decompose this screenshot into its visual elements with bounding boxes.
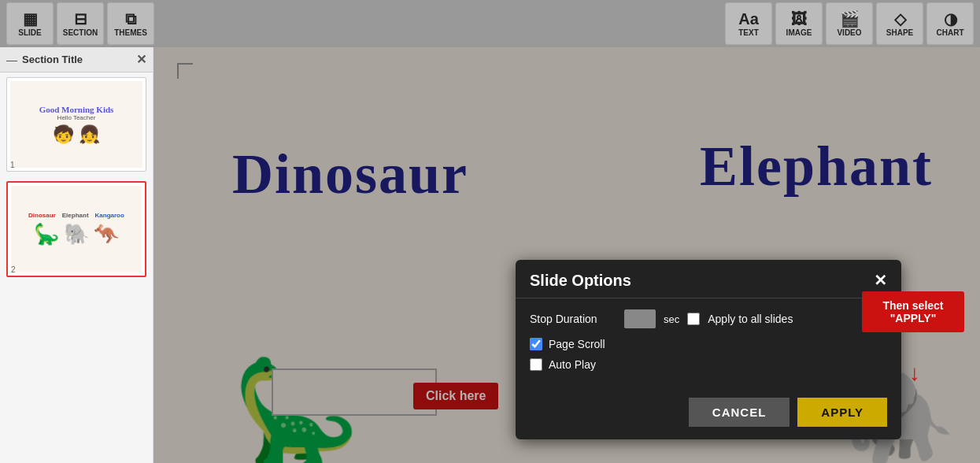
modal-header: Slide Options ✕ [516,260,901,298]
slide-1-subtitle: Hello Teacher [57,114,96,121]
themes-icon: ⧉ [125,11,136,27]
section-button[interactable]: ⊟ SECTION [57,2,104,45]
slide-button[interactable]: ▦ SLIDE [6,2,54,45]
toolbar-right: Aa TEXT 🖼 IMAGE 🎬 VIDEO ◇ SHAPE ◑ CHART [725,2,974,45]
slide-2-dino-label: Dinosaur [28,212,56,219]
slide-options-modal: Slide Options ✕ Stop Duration sec Apply … [516,260,901,439]
slide-label: SLIDE [18,28,41,37]
slide-2-kang-label: Kangaroo [95,212,124,219]
section-label: SECTION [63,28,98,37]
canvas-area[interactable]: Dinosaur Elephant 🦕 🐘 Click here ← Slide… [153,47,980,463]
slide-1-title: Good Morning Kids [39,105,114,114]
slide-1-figures: 🧒 👧 [53,124,100,145]
stop-duration-input[interactable] [624,309,656,328]
sidebar: — Section Title ✕ Good Morning Kids Hell… [0,47,153,463]
sidebar-close-button[interactable]: ✕ [136,52,146,67]
slide-2-animals: 🦕 🐘 🦘 [34,222,119,246]
apply-annotation: Then select"APPLY" [862,291,964,332]
shape-button[interactable]: ◇ SHAPE [876,2,923,45]
shape-icon: ◇ [894,11,906,27]
page-scroll-checkbox[interactable] [530,338,542,350]
stop-duration-label: Stop Duration [530,313,616,325]
modal-row-page-scroll: Page Scroll [530,338,887,350]
slide-1-number: 1 [10,161,15,169]
chart-label: CHART [937,28,964,37]
slide-thumb-1-inner: Good Morning Kids Hello Teacher 🧒 👧 [10,81,142,168]
auto-play-checkbox[interactable] [530,358,542,371]
modal-body: Stop Duration sec Apply to all slides Pa… [516,298,901,390]
sec-label: sec [664,313,679,325]
apply-all-checkbox[interactable] [687,313,700,325]
slide-thumb-2[interactable]: Dinosaur Elephant Kangaroo 🦕 🐘 🦘 2 [6,181,146,277]
section-title: Section Title [22,54,131,65]
page-scroll-label: Page Scroll [549,338,605,350]
slide-2-number: 2 [11,265,16,274]
text-label: TEXT [738,28,759,37]
elephant-thumb-icon: 🐘 [64,222,89,246]
text-icon: Aa [738,11,759,27]
collapse-button[interactable]: — [6,54,17,66]
modal-row-stop-duration: Stop Duration sec Apply to all slides [530,309,887,328]
modal-close-button[interactable]: ✕ [874,271,887,290]
themes-button[interactable]: ⧉ THEMES [107,2,154,45]
chart-button[interactable]: ◑ CHART [926,2,974,45]
cancel-button[interactable]: CANCEL [689,398,790,427]
slide-2-ele-label: Elephant [62,212,89,219]
shape-label: SHAPE [886,28,913,37]
slide-2-labels: Dinosaur Elephant Kangaroo [28,212,124,219]
section-icon: ⊟ [74,11,87,27]
figure-girl-icon: 👧 [79,124,100,145]
image-icon: 🖼 [791,11,807,27]
sidebar-header: — Section Title ✕ [0,47,153,72]
apply-button[interactable]: APPLY [797,398,887,427]
kangaroo-thumb-icon: 🦘 [94,222,119,246]
video-button[interactable]: 🎬 VIDEO [826,2,873,45]
image-button[interactable]: 🖼 IMAGE [775,2,823,45]
text-button[interactable]: Aa TEXT [725,2,772,45]
chart-icon: ◑ [944,11,957,27]
slide-thumb-1[interactable]: Good Morning Kids Hello Teacher 🧒 👧 1 [6,77,146,172]
dino-thumb-icon: 🦕 [34,222,59,246]
slide-thumb-2-inner: Dinosaur Elephant Kangaroo 🦕 🐘 🦘 [11,186,142,272]
auto-play-label: Auto Play [549,358,596,371]
apply-all-label: Apply to all slides [708,313,793,325]
toolbar: ▦ SLIDE ⊟ SECTION ⧉ THEMES Aa TEXT 🖼 IMA… [0,0,980,47]
main-area: — Section Title ✕ Good Morning Kids Hell… [0,47,980,463]
modal-row-auto-play: Auto Play [530,358,887,371]
figure-boy-icon: 🧒 [53,124,74,145]
apply-arrow-icon: ↓ [909,361,920,386]
video-label: VIDEO [837,28,861,37]
image-label: IMAGE [786,28,812,37]
video-icon: 🎬 [840,11,860,27]
toolbar-left: ▦ SLIDE ⊟ SECTION ⧉ THEMES [6,2,154,45]
modal-footer: CANCEL APPLY [516,390,901,439]
modal-title: Slide Options [530,272,631,290]
themes-label: THEMES [114,28,147,37]
slide-icon: ▦ [23,11,38,27]
